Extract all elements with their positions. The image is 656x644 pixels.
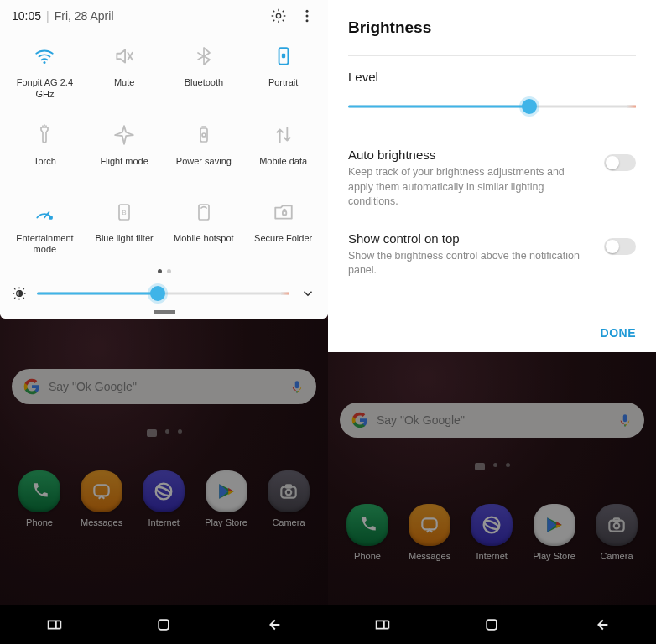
app-label: Messages xyxy=(409,551,450,561)
qs-tile-portrait[interactable]: Portrait xyxy=(243,30,323,109)
app-phone[interactable]: Phone xyxy=(346,504,388,561)
app-camera[interactable]: Camera xyxy=(268,470,310,527)
qs-tile-label: Mute xyxy=(114,77,134,99)
app-icon xyxy=(143,470,185,512)
svg-rect-28 xyxy=(487,620,497,630)
app-label: Camera xyxy=(600,551,633,561)
svg-point-8 xyxy=(202,133,206,137)
svg-rect-15 xyxy=(94,485,108,496)
app-icon xyxy=(81,470,122,512)
svg-point-0 xyxy=(276,13,280,18)
brightness-row xyxy=(0,282,328,307)
qs-tile-label: Fonpit AG 2.4 GHz xyxy=(7,77,83,101)
qs-tile-hotspot[interactable]: Mobile hotspot xyxy=(164,186,244,265)
setting-row: Show control on top Show the brightness … xyxy=(348,225,636,293)
app-dock: Phone Messages Internet Play Store Camer… xyxy=(328,470,656,568)
svg-text:B: B xyxy=(122,209,126,216)
app-icon xyxy=(346,504,388,546)
app-camera[interactable]: Camera xyxy=(596,504,638,561)
qs-tile-label: Portrait xyxy=(268,77,298,99)
back-button[interactable] xyxy=(591,615,612,635)
svg-point-26 xyxy=(614,522,620,528)
right-screenshot: Brightness Level Auto brightness Keep tr… xyxy=(328,0,656,644)
app-label: Messages xyxy=(81,517,122,527)
clock-time: 10:05 xyxy=(12,9,41,23)
done-button[interactable]: DONE xyxy=(601,326,636,340)
svg-point-4 xyxy=(44,61,46,64)
home-indicator-icon xyxy=(147,429,157,437)
search-placeholder: Say "Ok Google" xyxy=(377,413,617,427)
svg-rect-6 xyxy=(281,54,284,58)
app-icon xyxy=(534,504,575,546)
settings-gear-icon[interactable] xyxy=(269,7,288,25)
qs-tile-label: Blue light filter xyxy=(96,233,154,255)
qs-tile-mobiledata[interactable]: Mobile data xyxy=(243,109,323,186)
qs-tile-gauge[interactable]: Entertainment mode xyxy=(5,186,85,265)
search-placeholder: Say "Ok Google" xyxy=(49,380,289,393)
app-internet[interactable]: Internet xyxy=(471,504,513,561)
google-search-bar[interactable]: Say "Ok Google" xyxy=(340,402,644,438)
qs-tile-label: Flight mode xyxy=(100,156,148,178)
panel-drag-handle[interactable] xyxy=(154,310,175,314)
battery-icon xyxy=(188,121,220,149)
home-button[interactable] xyxy=(154,615,174,635)
securefolder-icon xyxy=(268,198,299,226)
qs-tile-bluetooth[interactable]: Bluetooth xyxy=(164,30,244,109)
expand-brightness-icon[interactable] xyxy=(298,286,318,301)
torch-icon xyxy=(29,121,60,149)
brightness-settings-sheet: Brightness Level Auto brightness Keep tr… xyxy=(328,0,656,352)
qs-tile-mute[interactable]: Mute xyxy=(85,30,164,109)
qs-tile-securefolder[interactable]: Secure Folder xyxy=(243,186,323,265)
app-messages[interactable]: Messages xyxy=(81,470,122,527)
navigation-bar xyxy=(328,605,656,644)
qs-header: 10:05 | Fri, 28 April xyxy=(0,0,328,30)
back-button[interactable] xyxy=(263,615,284,635)
app-label: Internet xyxy=(148,517,180,527)
svg-point-3 xyxy=(306,19,309,22)
level-slider[interactable] xyxy=(348,96,636,117)
recents-button[interactable] xyxy=(372,615,393,635)
overflow-menu-icon[interactable] xyxy=(298,7,316,25)
clock-date: Fri, 28 April xyxy=(55,9,114,23)
qs-tile-battery[interactable]: Power saving xyxy=(164,109,244,186)
home-button[interactable] xyxy=(482,615,502,635)
brightness-slider[interactable] xyxy=(37,283,289,304)
google-logo-icon xyxy=(23,378,40,395)
portrait-icon xyxy=(268,42,299,70)
bluelight-icon: B xyxy=(108,198,140,226)
left-screenshot: 10:05 | Fri, 28 April Fonpit AG 2.4 GHz … xyxy=(0,0,328,644)
app-phone[interactable]: Phone xyxy=(18,470,60,527)
bluetooth-icon xyxy=(188,42,220,70)
qs-tile-label: Mobile hotspot xyxy=(174,233,234,255)
voice-search-icon[interactable] xyxy=(289,379,305,394)
mobiledata-icon xyxy=(268,121,299,149)
toggle-switch[interactable] xyxy=(604,238,636,255)
home-screen: Say "Ok Google" Phone Messages Internet … xyxy=(0,319,328,605)
auto-brightness-icon[interactable] xyxy=(10,285,29,302)
svg-point-19 xyxy=(286,490,292,496)
app-internet[interactable]: Internet xyxy=(143,470,185,527)
airplane-icon xyxy=(108,121,140,149)
recents-button[interactable] xyxy=(44,615,65,635)
home-indicator-icon xyxy=(475,463,485,470)
qs-tile-label: Entertainment mode xyxy=(7,233,83,257)
app-label: Camera xyxy=(272,517,305,527)
toggle-switch[interactable] xyxy=(604,154,636,171)
home-page-indicator xyxy=(328,463,656,470)
qs-tile-torch[interactable]: Torch xyxy=(5,109,85,186)
voice-search-icon[interactable] xyxy=(617,413,633,428)
svg-rect-9 xyxy=(49,216,53,219)
qs-tile-wifi[interactable]: Fonpit AG 2.4 GHz xyxy=(5,30,85,109)
google-search-bar[interactable]: Say "Ok Google" xyxy=(12,369,316,404)
home-page-indicator xyxy=(0,429,328,437)
app-icon xyxy=(471,504,513,546)
quick-settings-grid: Fonpit AG 2.4 GHz Mute Bluetooth Portrai… xyxy=(0,30,328,264)
app-play-store[interactable]: Play Store xyxy=(533,504,575,561)
mute-icon xyxy=(108,42,140,70)
qs-tile-airplane[interactable]: Flight mode xyxy=(85,109,164,186)
app-icon xyxy=(596,504,638,546)
app-messages[interactable]: Messages xyxy=(409,504,450,561)
app-icon xyxy=(268,470,310,512)
qs-tile-bluelight[interactable]: B Blue light filter xyxy=(85,186,164,265)
app-play-store[interactable]: Play Store xyxy=(205,470,247,527)
